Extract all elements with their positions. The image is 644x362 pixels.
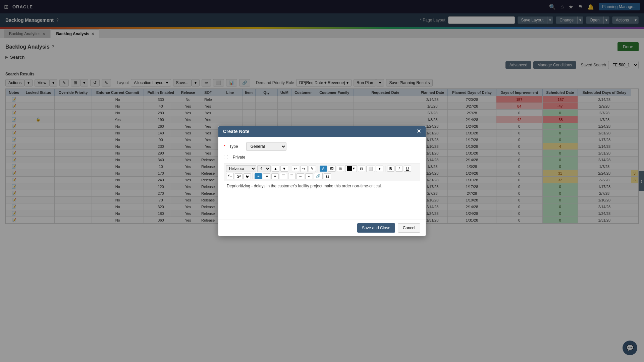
- font-select[interactable]: Helvetica Arial Times New Roman: [226, 165, 256, 172]
- private-checkbox[interactable]: [224, 155, 228, 159]
- size-select[interactable]: 4 8 12 16: [257, 165, 271, 172]
- redo-button[interactable]: ↪: [300, 166, 308, 172]
- outdent-button[interactable]: ←: [305, 173, 313, 179]
- clear-format-button[interactable]: ✎: [309, 166, 316, 172]
- align-center-button[interactable]: ≡: [263, 173, 270, 179]
- modal-title: Create Note: [223, 129, 250, 134]
- note-text: Deprioritizing - delays in the customer'…: [227, 184, 382, 188]
- create-note-modal: Create Note ✕ * Type General Internal Ex…: [218, 126, 426, 236]
- indent-button[interactable]: →: [297, 173, 304, 179]
- modal-overlay: Create Note ✕ * Type General Internal Ex…: [0, 0, 644, 362]
- align-left-button[interactable]: ≡: [255, 173, 262, 179]
- color-swatch: [347, 166, 352, 171]
- superscript-button[interactable]: S²: [235, 173, 243, 179]
- modal-close-icon[interactable]: ✕: [417, 129, 421, 134]
- editor-sep2: [318, 166, 318, 172]
- special-char-button[interactable]: Ω: [324, 173, 331, 179]
- numbered-list-button[interactable]: ☰: [288, 173, 296, 179]
- editor-toolbar: Helvetica Arial Times New Roman 4 8 12 1…: [224, 164, 420, 181]
- type-label: Type: [229, 144, 243, 149]
- type-select[interactable]: General Internal External: [246, 142, 286, 151]
- text-format-button[interactable]: A: [320, 166, 327, 172]
- strike-button[interactable]: S: [244, 173, 251, 179]
- link-button[interactable]: 🔗: [314, 173, 323, 179]
- font-size-down[interactable]: ▼: [280, 166, 288, 172]
- grid-view-button[interactable]: ⊟: [358, 166, 365, 172]
- font-size-up[interactable]: ▲: [272, 166, 279, 172]
- list-button[interactable]: ☰: [280, 173, 287, 179]
- type-required-icon: *: [224, 144, 225, 149]
- modal-footer: Save and Close Cancel: [218, 220, 426, 236]
- modal-header: Create Note ✕: [218, 126, 426, 137]
- undo-button[interactable]: ↩: [292, 166, 299, 172]
- align-right-button[interactable]: ≡: [271, 173, 279, 179]
- image-button[interactable]: 🖼: [328, 166, 336, 172]
- editor-sep4: [253, 173, 253, 179]
- italic-button[interactable]: I: [395, 166, 403, 172]
- save-close-button[interactable]: Save and Close: [357, 223, 395, 233]
- bold-button[interactable]: B: [387, 166, 394, 172]
- type-field: * Type General Internal External: [224, 142, 420, 151]
- private-field: Private: [224, 155, 420, 160]
- editor-sep1: [290, 166, 290, 172]
- expand-button[interactable]: ▾: [376, 166, 383, 172]
- modal-body: * Type General Internal External Private…: [218, 137, 426, 220]
- editor-sep3: [385, 166, 385, 172]
- cancel-button[interactable]: Cancel: [398, 223, 420, 233]
- subscript-button[interactable]: S₁: [226, 173, 234, 179]
- table-button[interactable]: ⊞: [337, 166, 344, 172]
- private-label: Private: [233, 155, 245, 160]
- underline-button[interactable]: U: [404, 166, 411, 172]
- color-button[interactable]: ▾: [345, 165, 357, 172]
- note-editor[interactable]: Deprioritizing - delays in the customer'…: [224, 181, 420, 214]
- more-options-button[interactable]: ⬜: [366, 166, 375, 172]
